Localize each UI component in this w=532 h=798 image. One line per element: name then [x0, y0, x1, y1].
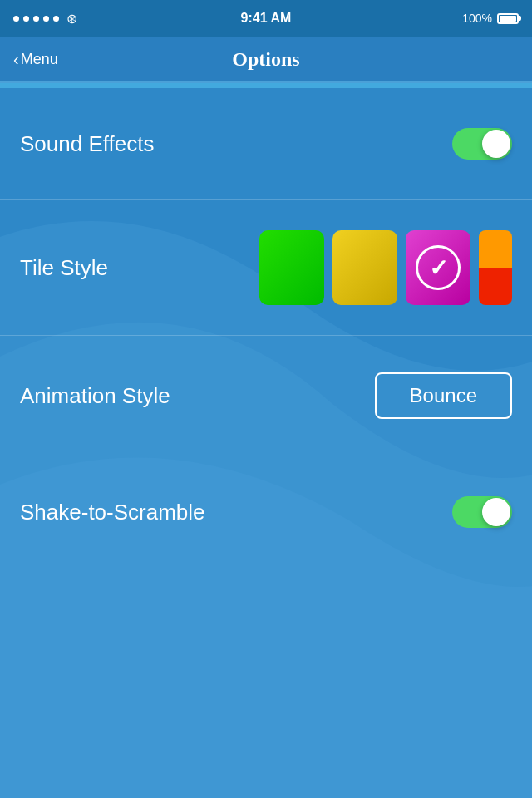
toggle-knob [482, 130, 510, 158]
battery-percentage: 100% [462, 12, 492, 25]
signal-dot-5 [53, 16, 59, 22]
bounce-button[interactable]: Bounce [375, 372, 512, 419]
shake-toggle-knob [482, 498, 510, 526]
tile-swatch-purple[interactable]: ✓ [406, 230, 470, 305]
sound-effects-label: Sound Effects [20, 131, 154, 157]
animation-style-label: Animation Style [20, 383, 170, 409]
tile-swatch-green[interactable] [259, 230, 324, 305]
tile-swatch-yellow[interactable] [332, 230, 397, 305]
wifi-icon: ⊛ [66, 11, 77, 27]
status-battery-area: 100% [462, 12, 519, 25]
signal-dot-1 [13, 16, 19, 22]
shake-scramble-label: Shake-to-Scramble [20, 500, 205, 525]
tile-swatches-container: ✓ [259, 230, 512, 305]
battery-icon-container [497, 13, 519, 24]
nav-bar: ‹ Menu Options [0, 37, 532, 83]
checkmark-icon: ✓ [416, 245, 461, 290]
battery-fill [500, 16, 516, 22]
back-chevron-icon: ‹ [13, 50, 19, 69]
signal-dot-3 [33, 16, 39, 22]
tile-swatch-multicolor[interactable] [479, 230, 512, 305]
back-button[interactable]: ‹ Menu [13, 50, 58, 69]
back-label: Menu [21, 51, 58, 68]
status-time: 9:41 AM [241, 11, 292, 26]
status-signals: ⊛ [13, 11, 77, 27]
sound-effects-toggle[interactable] [452, 128, 512, 160]
status-bar: ⊛ 9:41 AM 100% [0, 0, 532, 37]
shake-scramble-row: Shake-to-Scramble [20, 456, 512, 568]
page-title: Options [232, 48, 299, 71]
shake-scramble-toggle[interactable] [452, 496, 512, 528]
signal-dot-4 [43, 16, 49, 22]
tile-style-label: Tile Style [20, 255, 108, 281]
settings-content: Sound Effects Tile Style ✓ Animation Sty… [0, 88, 532, 568]
animation-style-row: Animation Style Bounce [20, 336, 512, 456]
sound-effects-row: Sound Effects [20, 88, 512, 200]
battery-icon [497, 13, 519, 24]
signal-dot-2 [23, 16, 29, 22]
tile-style-row: Tile Style ✓ [20, 200, 512, 335]
